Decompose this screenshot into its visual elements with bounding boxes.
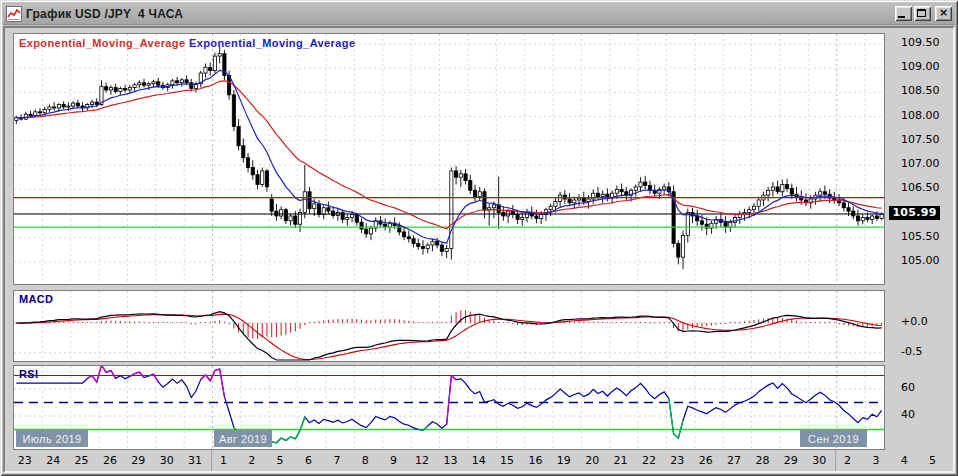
maximize-button[interactable] (914, 6, 931, 21)
date-label-23: 23 (670, 454, 684, 467)
price-tick-105.00: 105.00 (901, 254, 957, 267)
price-tick-107.50: 107.50 (901, 133, 957, 146)
month-label: Июль 2019 (22, 433, 81, 445)
date-label-29: 29 (784, 454, 798, 467)
minimize-icon (898, 16, 905, 18)
date-label-16: 16 (529, 454, 543, 467)
date-label-9: 9 (390, 454, 397, 467)
price-tick-106.50: 106.50 (901, 181, 957, 194)
date-label-28: 28 (755, 454, 769, 467)
date-label-15: 15 (500, 454, 514, 467)
minimize-button[interactable] (895, 6, 912, 21)
date-label-22: 22 (642, 454, 656, 467)
date-label-27: 27 (727, 454, 741, 467)
close-button[interactable]: × (935, 6, 952, 21)
date-label-23: 23 (18, 454, 32, 467)
date-label-13: 13 (443, 454, 457, 467)
macd-panel[interactable]: MACD (13, 290, 885, 362)
date-label-26: 26 (103, 454, 117, 467)
title-bar[interactable]: График USD /JPY 4 ЧАСА × (3, 3, 955, 25)
date-label-5: 5 (277, 454, 284, 467)
date-label-25: 25 (75, 454, 89, 467)
month-label: Сен 2019 (808, 433, 859, 445)
date-label-2: 2 (844, 454, 851, 467)
date-label-30: 30 (812, 454, 826, 467)
date-label-2: 2 (248, 454, 255, 467)
date-label-24: 24 (46, 454, 60, 467)
rsi-panel[interactable]: Июль 2019Авг 2019Сен 2019 RSI (13, 365, 885, 450)
date-label-12: 12 (415, 454, 429, 467)
price-tick-105.50: 105.50 (901, 230, 957, 243)
current-price-badge: 105.99 (889, 206, 940, 220)
price-tick-109.00: 109.00 (901, 60, 957, 73)
chart-window: График USD /JPY 4 ЧАСА × Exponential_Mov… (0, 0, 958, 476)
price-tick-108.50: 108.50 (901, 84, 957, 97)
date-label-19: 19 (557, 454, 571, 467)
macd-tick-+0.0: +0.0 (901, 315, 957, 328)
date-label-8: 8 (362, 454, 369, 467)
date-label-6: 6 (305, 454, 312, 467)
chart-icon (6, 6, 22, 22)
date-label-20: 20 (585, 454, 599, 467)
date-label-4: 4 (901, 454, 908, 467)
date-label-26: 26 (699, 454, 713, 467)
date-label-31: 31 (188, 454, 202, 467)
rsi-tick-60: 60 (901, 381, 957, 394)
close-icon: × (935, 6, 952, 21)
date-label-5: 5 (929, 454, 936, 467)
ema-red-label: Exponential_Moving_Average (19, 37, 185, 49)
price-chart-panel[interactable]: Exponential_Moving_Average Exponential_M… (13, 33, 885, 285)
month-label: Авг 2019 (219, 433, 267, 445)
rsi-tick-40: 40 (901, 408, 957, 421)
date-label-7: 7 (333, 454, 340, 467)
date-axis[interactable]: 2324252629303112567891213141516192021222… (5, 450, 953, 471)
rsi-chart[interactable]: Июль 2019Авг 2019Сен 2019 (14, 366, 884, 449)
ema-blue-label: Exponential_Moving_Average (189, 37, 355, 49)
candlestick-chart[interactable] (14, 34, 884, 284)
date-label-14: 14 (472, 454, 486, 467)
date-label-3: 3 (872, 454, 879, 467)
maximize-icon (917, 9, 926, 17)
window-title: График USD /JPY 4 ЧАСА (26, 7, 183, 21)
date-label-1: 1 (220, 454, 227, 467)
chart-client-area: Exponential_Moving_Average Exponential_M… (3, 26, 955, 473)
macd-tick--0.5: -0.5 (901, 345, 957, 358)
date-label-30: 30 (160, 454, 174, 467)
date-label-21: 21 (614, 454, 628, 467)
rsi-label: RSI (19, 368, 38, 380)
price-tick-108.00: 108.00 (901, 109, 957, 122)
macd-label: MACD (19, 293, 53, 305)
ema-legend: Exponential_Moving_Average Exponential_M… (19, 37, 355, 49)
date-label-29: 29 (131, 454, 145, 467)
price-tick-109.50: 109.50 (901, 36, 957, 49)
price-tick-107.00: 107.00 (901, 157, 957, 170)
macd-chart[interactable] (14, 291, 884, 361)
